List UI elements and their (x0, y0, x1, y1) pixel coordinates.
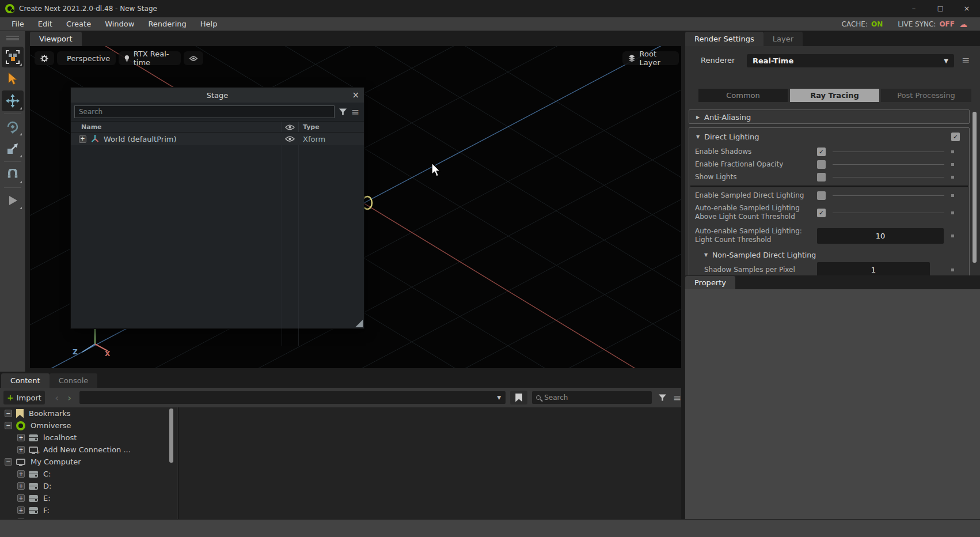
rail-grip-handle[interactable] (6, 36, 19, 40)
stage-row-world[interactable]: + World (defaultPrim) Xform (71, 133, 364, 145)
maximize-button[interactable]: □ (927, 0, 954, 17)
tab-viewport[interactable]: Viewport (30, 32, 82, 46)
tree-item-my-computer[interactable]: − My Computer (0, 456, 177, 468)
mode-tab-post-processing[interactable]: Post Processing (881, 89, 971, 102)
tab-render-settings[interactable]: Render Settings (685, 32, 764, 46)
settings-scrollbar[interactable] (973, 112, 977, 263)
light-count-threshold-field[interactable]: 10 (817, 228, 944, 244)
play-button[interactable] (2, 190, 24, 211)
reset-dot[interactable] (951, 235, 954, 237)
tree-item-localhost[interactable]: + localhost (0, 432, 177, 444)
path-breadcrumb-bar[interactable]: ▼ (79, 391, 506, 404)
direct-lighting-header[interactable]: ▼ Direct Lighting ✓ (689, 128, 969, 145)
menu-help[interactable]: Help (193, 20, 225, 28)
chevron-down-icon: ▼ (944, 58, 948, 64)
mode-tab-common[interactable]: Common (698, 89, 788, 102)
anti-aliasing-section[interactable]: ▶ Anti-Aliasing (689, 109, 970, 124)
reset-dot[interactable] (951, 163, 954, 166)
menu-file[interactable]: File (5, 20, 31, 28)
reset-dot[interactable] (951, 194, 954, 197)
chevron-down-icon[interactable]: ▼ (497, 395, 501, 400)
bookmark-button[interactable] (510, 391, 527, 404)
expand-plus-icon[interactable]: + (17, 434, 25, 441)
filter-icon[interactable] (659, 394, 666, 402)
visibility-eye-icon[interactable] (285, 136, 295, 142)
minimize-button[interactable]: – (901, 0, 927, 17)
direct-lighting-checkbox[interactable]: ✓ (951, 133, 960, 141)
menu-create[interactable]: Create (59, 20, 98, 28)
tree-item-drive-f[interactable]: + F: (0, 504, 177, 516)
tree-item-omniverse[interactable]: − Omniverse (0, 419, 177, 432)
tab-layer[interactable]: Layer (764, 32, 803, 46)
expanded-caret-icon[interactable]: ▼ (696, 134, 704, 139)
visibility-button[interactable] (184, 51, 203, 65)
forward-button[interactable]: › (63, 392, 76, 403)
resize-grip[interactable] (355, 320, 363, 327)
close-button[interactable]: × (954, 0, 980, 17)
tree-item-drive-d[interactable]: + D: (0, 480, 177, 492)
rotate-tool-button[interactable] (2, 116, 24, 137)
expand-plus-icon[interactable]: + (17, 506, 25, 514)
tree-item-drive-e[interactable]: + E: (0, 492, 177, 504)
tab-console[interactable]: Console (50, 373, 98, 388)
expanded-caret-icon[interactable]: ▼ (704, 252, 712, 258)
stage-close-button[interactable]: × (352, 88, 359, 103)
expand-plus-icon[interactable]: + (17, 482, 25, 490)
root-layer-button[interactable]: Root Layer (622, 51, 679, 65)
checkbox[interactable] (817, 191, 826, 200)
select-tool-button[interactable] (2, 69, 24, 89)
filter-icon[interactable] (339, 108, 347, 116)
name-column-header[interactable]: Name (81, 123, 102, 131)
checkbox[interactable]: ✓ (817, 209, 826, 217)
content-search-input[interactable] (544, 394, 636, 402)
property-panel-body (685, 289, 980, 519)
tab-property[interactable]: Property (685, 276, 735, 289)
checkbox[interactable]: ✓ (817, 148, 826, 156)
renderer-dropdown[interactable]: Real-Time ▼ (747, 54, 954, 67)
tree-item-add-new-connection[interactable]: + + Add New Connection ... (0, 444, 177, 456)
stage-tree-body[interactable] (71, 145, 364, 346)
viewport-settings-button[interactable] (35, 51, 54, 65)
snap-tool-button[interactable] (2, 164, 24, 185)
checkbox[interactable] (817, 160, 826, 169)
collapse-minus-icon[interactable]: − (5, 410, 12, 417)
reset-dot[interactable] (951, 211, 954, 214)
selection-mode-button[interactable] (2, 47, 24, 67)
type-column-header[interactable]: Type (303, 123, 320, 131)
stage-options-icon[interactable]: ≡ (351, 107, 359, 117)
reset-dot[interactable] (951, 150, 954, 153)
expand-plus-icon[interactable]: + (17, 494, 25, 502)
magnet-icon (7, 169, 18, 180)
renderer-mode-button[interactable]: RTX Real-time (119, 51, 181, 65)
non-sampled-header[interactable]: ▼ Non-Sampled Direct Lighting (689, 248, 969, 262)
tree-item-bookmarks[interactable]: − Bookmarks (0, 407, 177, 419)
import-button[interactable]: + Import (3, 391, 45, 404)
reset-dot[interactable] (951, 268, 954, 271)
tree-scrollbar[interactable] (169, 409, 173, 463)
stage-panel-header[interactable]: Stage × (71, 88, 364, 103)
content-options-icon[interactable]: ≡ (673, 393, 681, 403)
tab-content[interactable]: Content (1, 373, 50, 388)
collapse-minus-icon[interactable]: − (5, 458, 12, 466)
expand-plus-icon[interactable]: + (17, 470, 25, 478)
stage-search-input[interactable] (74, 105, 335, 118)
checkbox[interactable] (817, 173, 826, 181)
expand-plus-icon[interactable]: + (17, 446, 25, 453)
renderer-menu-icon[interactable]: ≡ (962, 55, 970, 65)
menu-window[interactable]: Window (98, 20, 141, 28)
expand-plus-icon[interactable]: + (79, 135, 86, 143)
move-tool-button[interactable] (2, 90, 24, 111)
camera-selector-button[interactable]: Perspective (57, 51, 116, 65)
reset-dot[interactable] (951, 176, 954, 179)
live-sync-status[interactable]: OFF (939, 20, 955, 28)
mode-tab-ray-tracing[interactable]: Ray Tracing (790, 89, 879, 102)
back-button[interactable]: ‹ (51, 392, 63, 403)
menu-rendering[interactable]: Rendering (141, 20, 193, 28)
collapsed-caret-icon[interactable]: ▶ (696, 115, 704, 120)
collapse-minus-icon[interactable]: − (5, 422, 12, 429)
scale-tool-button[interactable] (2, 138, 24, 159)
menu-edit[interactable]: Edit (31, 20, 59, 28)
tree-item-drive-c[interactable]: + C: (0, 468, 177, 480)
content-search[interactable] (532, 391, 652, 404)
file-browser-area[interactable] (178, 407, 681, 519)
